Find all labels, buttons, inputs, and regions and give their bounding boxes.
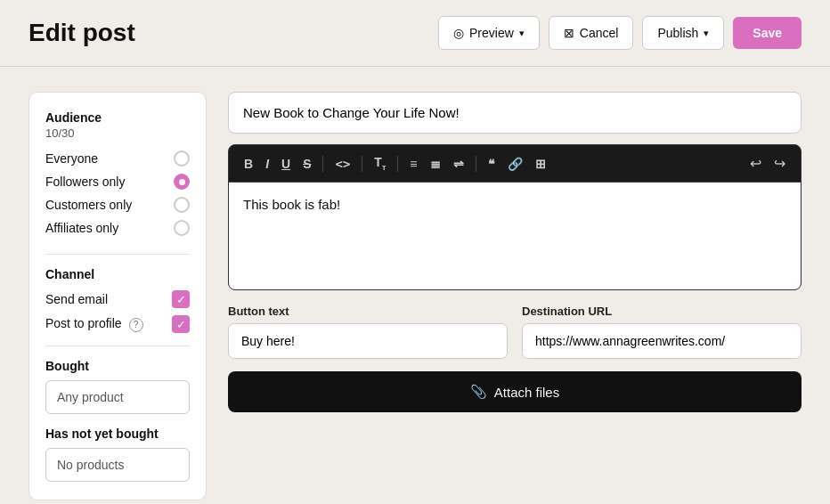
radio-customers[interactable] xyxy=(174,197,190,213)
audience-title: Audience xyxy=(45,110,190,125)
radio-affiliates[interactable] xyxy=(174,220,190,236)
toolbar-separator-2 xyxy=(362,156,362,172)
page-title: Edit post xyxy=(28,19,135,47)
bold-button[interactable]: B xyxy=(240,154,257,174)
radio-everyone[interactable] xyxy=(174,150,190,167)
channel-post-to-profile[interactable]: Post to profile ? ✓ xyxy=(45,315,190,333)
code-button[interactable]: <> xyxy=(330,154,354,174)
destination-url-label: Destination URL xyxy=(522,305,802,318)
align-button[interactable]: ⇌ xyxy=(449,154,468,174)
editor-area: B I U S <> Tт ≡ ≣ ⇌ ❝ 🔗 ⊞ ↩ ↪ xyxy=(228,92,802,500)
bullet-list-button[interactable]: ≡ xyxy=(405,154,421,174)
toolbar-separator-4 xyxy=(476,156,476,172)
rich-editor: B I U S <> Tт ≡ ≣ ⇌ ❝ 🔗 ⊞ ↩ ↪ xyxy=(228,144,802,290)
numbered-list-button[interactable]: ≣ xyxy=(426,154,445,174)
toolbar-separator-3 xyxy=(397,156,398,172)
has-not-label: Has not yet bought xyxy=(45,427,190,441)
publish-button[interactable]: Publish ▾ xyxy=(642,16,724,50)
strikethrough-button[interactable]: S xyxy=(298,154,315,174)
divider-1 xyxy=(45,254,190,255)
quote-button[interactable]: ❝ xyxy=(484,154,500,174)
redo-button[interactable]: ↪ xyxy=(769,152,790,175)
toolbar: B I U S <> Tт ≡ ≣ ⇌ ❝ 🔗 ⊞ ↩ ↪ xyxy=(229,145,801,183)
bought-section: Bought Any product xyxy=(45,359,190,414)
audience-radio-group: Everyone Followers only Customers only A… xyxy=(45,150,190,236)
cancel-icon xyxy=(564,26,574,40)
header: Edit post Preview ▾ Cancel Publish ▾ Sav… xyxy=(0,0,830,67)
undo-button[interactable]: ↩ xyxy=(745,152,766,175)
editor-content[interactable]: This book is fab! xyxy=(229,183,801,289)
help-icon[interactable]: ? xyxy=(129,318,143,332)
channel-title: Channel xyxy=(45,267,190,281)
save-button[interactable]: Save xyxy=(733,17,802,49)
paperclip-icon: 📎 xyxy=(470,384,487,400)
preview-chevron-icon: ▾ xyxy=(519,28,525,39)
image-button[interactable]: ⊞ xyxy=(531,154,550,174)
underline-button[interactable]: U xyxy=(277,154,295,174)
attach-files-button[interactable]: 📎 Attach files xyxy=(228,371,802,412)
button-text-group: Button text xyxy=(228,305,508,359)
audience-count: 10/30 xyxy=(45,126,190,140)
destination-url-input[interactable] xyxy=(522,323,802,359)
destination-url-group: Destination URL xyxy=(522,305,802,359)
sidebar: Audience 10/30 Everyone Followers only C… xyxy=(28,92,207,500)
audience-option-everyone[interactable]: Everyone xyxy=(45,150,190,167)
publish-chevron-icon: ▾ xyxy=(704,28,709,39)
audience-option-affiliates[interactable]: Affiliates only xyxy=(45,220,190,236)
button-url-row: Button text Destination URL xyxy=(228,305,802,359)
checkbox-send-email[interactable]: ✓ xyxy=(172,290,190,308)
link-button[interactable]: 🔗 xyxy=(503,154,527,174)
eye-icon xyxy=(453,26,464,40)
audience-option-followers[interactable]: Followers only xyxy=(45,174,190,190)
post-title-input[interactable] xyxy=(228,92,802,134)
italic-button[interactable]: I xyxy=(261,154,273,174)
main-content: Audience 10/30 Everyone Followers only C… xyxy=(0,67,830,504)
has-not-section: Has not yet bought No products xyxy=(45,427,190,482)
audience-option-customers[interactable]: Customers only xyxy=(45,197,190,213)
cancel-button[interactable]: Cancel xyxy=(549,16,634,50)
text-size-button[interactable]: Tт xyxy=(370,152,390,175)
checkbox-post-to-profile[interactable]: ✓ xyxy=(172,315,190,333)
header-actions: Preview ▾ Cancel Publish ▾ Save xyxy=(438,16,802,50)
has-not-product-select[interactable]: No products xyxy=(45,448,190,482)
toolbar-separator-1 xyxy=(322,156,323,172)
button-text-input[interactable] xyxy=(228,323,508,359)
radio-followers[interactable] xyxy=(174,174,190,190)
channel-send-email[interactable]: Send email ✓ xyxy=(45,290,190,308)
button-text-label: Button text xyxy=(228,305,508,318)
bought-label: Bought xyxy=(45,359,190,373)
divider-2 xyxy=(45,345,190,346)
bought-product-select[interactable]: Any product xyxy=(45,380,190,414)
preview-button[interactable]: Preview ▾ xyxy=(438,16,540,50)
